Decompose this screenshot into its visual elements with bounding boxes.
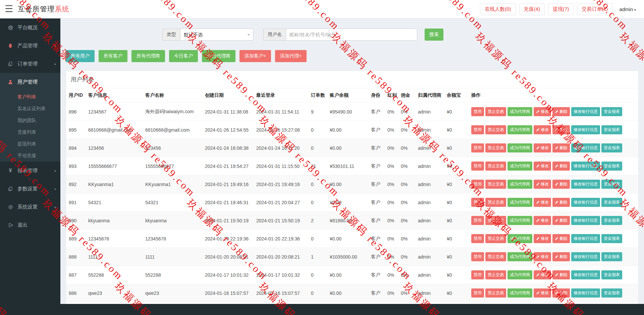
row-action-button[interactable]: 成为代理商: [507, 252, 532, 261]
row-action-button[interactable]: 修改: [534, 216, 551, 225]
row-action-button[interactable]: 禁止交易: [485, 125, 506, 134]
row-action-button[interactable]: 资金报表: [601, 143, 622, 152]
sidebar-item-system[interactable]: 系统设置▸: [0, 198, 60, 216]
row-action-button[interactable]: 禁用: [471, 125, 484, 134]
row-action-button[interactable]: 修改银行信息: [571, 107, 600, 116]
row-action-button[interactable]: 禁止交易: [485, 216, 506, 225]
quick-button[interactable]: 所有代理商: [131, 50, 165, 62]
row-action-button[interactable]: 删除: [552, 252, 570, 261]
row-action-button[interactable]: 修改: [534, 107, 551, 116]
row-action-button[interactable]: 禁止交易: [485, 162, 506, 171]
row-action-button[interactable]: 修改: [534, 288, 551, 298]
row-action-button[interactable]: 禁止交易: [485, 143, 506, 152]
row-action-button[interactable]: 成为代理商: [507, 125, 532, 134]
row-action-button[interactable]: 资金报表: [601, 107, 622, 116]
row-action-button[interactable]: 删除: [552, 143, 570, 152]
row-action-button[interactable]: 禁用: [471, 180, 484, 189]
sidebar-subitem[interactable]: 实名认证列表: [0, 103, 60, 115]
row-action-button[interactable]: 成为代理商: [507, 198, 532, 207]
row-action-button[interactable]: 资金报表: [601, 252, 622, 261]
topbar-stat-link[interactable]: 交易订单(1): [577, 3, 612, 15]
sidebar-item-orders[interactable]: 订单管理▸: [0, 55, 60, 73]
row-action-button[interactable]: 资金报表: [601, 180, 622, 189]
sidebar-item-products[interactable]: ฿产品管理▸: [0, 37, 60, 55]
row-action-button[interactable]: 成为代理商: [507, 234, 532, 243]
row-action-button[interactable]: 修改银行信息: [571, 143, 600, 152]
row-action-button[interactable]: 修改银行信息: [571, 162, 600, 171]
row-action-button[interactable]: 禁用: [471, 270, 484, 279]
row-action-button[interactable]: 成为代理商: [507, 143, 532, 152]
row-action-button[interactable]: 删除: [552, 288, 570, 298]
row-action-button[interactable]: 资金报表: [601, 270, 622, 279]
quick-button[interactable]: 所有用户: [66, 50, 95, 62]
row-action-button[interactable]: 修改: [534, 252, 551, 261]
row-action-button[interactable]: 成为代理商: [507, 162, 532, 171]
row-action-button[interactable]: 成为代理商: [507, 216, 532, 225]
sidebar-item-logout[interactable]: 退出: [0, 216, 60, 234]
row-action-button[interactable]: 禁用: [471, 107, 484, 116]
row-action-button[interactable]: 删除: [552, 198, 570, 207]
username-input[interactable]: [286, 29, 417, 41]
row-action-button[interactable]: 删除: [552, 180, 570, 189]
row-action-button[interactable]: 修改: [534, 180, 551, 189]
row-action-button[interactable]: 资金报表: [601, 198, 622, 207]
sidebar-item-reports[interactable]: ¥报表管理▸: [0, 162, 60, 180]
row-action-button[interactable]: 删除: [552, 270, 570, 279]
quick-button[interactable]: 添加代理+: [275, 50, 307, 62]
quick-button[interactable]: 所有客户: [99, 50, 127, 62]
topbar-stat-link[interactable]: 充值(4): [519, 3, 545, 15]
row-action-button[interactable]: 禁止交易: [485, 288, 506, 298]
quick-button[interactable]: 今日代理商: [202, 50, 235, 62]
topbar-stat-link[interactable]: 在线人数(0): [480, 3, 516, 15]
row-action-button[interactable]: 成为代理商: [507, 288, 532, 298]
row-action-button[interactable]: 资金报表: [601, 162, 622, 171]
row-action-button[interactable]: 修改银行信息: [571, 125, 600, 134]
row-action-button[interactable]: 禁用: [471, 143, 484, 152]
hamburger-menu-icon[interactable]: ☰: [5, 4, 13, 14]
row-action-button[interactable]: 删除: [552, 234, 570, 243]
row-action-button[interactable]: 修改: [534, 162, 551, 171]
quick-button[interactable]: 添加客户+: [239, 50, 271, 62]
sidebar-item-users[interactable]: 用户管理: [0, 73, 60, 91]
row-action-button[interactable]: 修改: [534, 125, 551, 134]
row-action-button[interactable]: 禁用: [471, 234, 484, 243]
row-action-button[interactable]: 修改银行信息: [571, 180, 600, 189]
topbar-stat-link[interactable]: 提现(7): [548, 3, 574, 15]
row-action-button[interactable]: 成为代理商: [507, 180, 532, 189]
row-action-button[interactable]: 资金报表: [601, 234, 622, 243]
row-action-button[interactable]: 修改: [534, 234, 551, 243]
sidebar-item-params[interactable]: 参数设置▸: [0, 180, 60, 198]
row-action-button[interactable]: 成为代理商: [507, 107, 532, 116]
row-action-button[interactable]: 资金报表: [601, 288, 622, 298]
sidebar-item-overview[interactable]: 平台概况: [0, 18, 60, 37]
sidebar-subitem[interactable]: 手动充值: [0, 150, 60, 162]
type-select[interactable]: 默认不选: [180, 29, 253, 41]
row-action-button[interactable]: 修改: [534, 198, 551, 207]
row-action-button[interactable]: 修改银行信息: [571, 288, 600, 298]
row-action-button[interactable]: 删除: [552, 162, 570, 171]
row-action-button[interactable]: 修改: [534, 270, 551, 279]
row-action-button[interactable]: 禁用: [471, 288, 484, 298]
row-action-button[interactable]: 修改银行信息: [571, 234, 600, 243]
sidebar-subitem[interactable]: 提现列表: [0, 138, 60, 150]
sidebar-subitem[interactable]: 客户列表: [0, 91, 60, 103]
row-action-button[interactable]: 修改银行信息: [571, 270, 600, 279]
row-action-button[interactable]: 禁用: [471, 216, 484, 225]
row-action-button[interactable]: 修改银行信息: [571, 252, 600, 261]
row-action-button[interactable]: 删除: [552, 107, 570, 116]
row-action-button[interactable]: 资金报表: [601, 125, 622, 134]
row-action-button[interactable]: 修改银行信息: [571, 216, 600, 225]
search-button[interactable]: 搜索: [425, 29, 443, 41]
user-menu[interactable]: admin▾: [616, 4, 639, 14]
row-action-button[interactable]: 禁用: [471, 252, 484, 261]
row-action-button[interactable]: 禁用: [471, 198, 484, 207]
row-action-button[interactable]: 禁止交易: [485, 270, 506, 279]
row-action-button[interactable]: 禁止交易: [485, 234, 506, 243]
row-action-button[interactable]: 禁止交易: [485, 198, 506, 207]
row-action-button[interactable]: 删除: [552, 216, 570, 225]
sidebar-subitem[interactable]: 充值列表: [0, 126, 60, 138]
row-action-button[interactable]: 删除: [552, 125, 570, 134]
row-action-button[interactable]: 禁用: [471, 162, 484, 171]
row-action-button[interactable]: 禁止交易: [485, 252, 506, 261]
row-action-button[interactable]: 修改银行信息: [571, 198, 600, 207]
